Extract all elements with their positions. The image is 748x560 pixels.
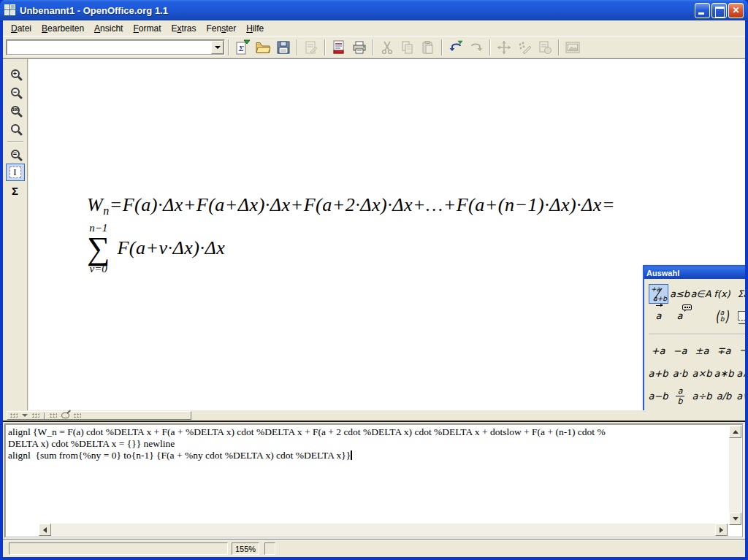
symbol-a-or-b[interactable]: a∨b — [735, 385, 745, 407]
window-client-area: Datei Bearbeiten Ansicht Format Extras F… — [3, 20, 745, 557]
command-line[interactable]: DELTA x) cdot %DELTA x = {}} newline — [8, 438, 727, 450]
zoom-out-button[interactable]: − — [6, 83, 25, 101]
zoom-100-icon: 100 — [11, 106, 20, 115]
symbol-a-slash-b[interactable]: a/b — [713, 385, 735, 407]
status-bar: 155% — [3, 540, 745, 557]
symbol-a-plus-b[interactable]: a+b — [647, 362, 669, 385]
symbol-a-minus-b[interactable]: a−b — [647, 385, 669, 407]
grip-dots-icon[interactable] — [74, 413, 81, 418]
formula-cursor-button[interactable]: I — [6, 164, 25, 181]
symbols-catalog-button[interactable] — [515, 38, 534, 57]
formula-line-2: n−1 ∑ ν=0 F(a+ν·Δx)·Δx — [87, 222, 615, 275]
category-set-operations[interactable]: a∈A — [691, 284, 711, 304]
styles-button[interactable] — [535, 38, 554, 57]
undo-arrow-icon — [448, 39, 464, 55]
update-view-button[interactable]: = — [6, 145, 25, 163]
category-functions[interactable]: f(x) — [712, 284, 732, 304]
gallery-button[interactable] — [563, 38, 582, 57]
command-line[interactable]: alignl {W_n = F(a) cdot %DELTA x + F(a +… — [8, 426, 727, 438]
zoom-all-button[interactable] — [6, 120, 25, 137]
status-message-panel — [9, 542, 228, 555]
status-zoom-panel[interactable]: 155% — [232, 542, 259, 555]
grip-dots-icon[interactable] — [50, 413, 57, 418]
print-button[interactable] — [350, 38, 369, 57]
export-pdf-button[interactable] — [329, 38, 348, 57]
command-line[interactable]: alignl {sum from{%ny = 0} to{n-1} {F(a +… — [8, 450, 727, 461]
symbol-a-ast-b[interactable]: a∗b — [713, 362, 735, 385]
scroll-down-button[interactable] — [729, 513, 741, 525]
symbol-plusminus-a[interactable]: ±a — [691, 340, 713, 362]
load-url-combobox[interactable] — [6, 39, 225, 55]
menu-hilfe[interactable]: Hilfe — [241, 21, 269, 36]
work-area: + − 100 = I Σ Wn=F(a)·Δx+F( — [3, 58, 745, 410]
cut-button[interactable] — [378, 38, 397, 57]
title-bar[interactable]: Unbenannt1 - OpenOffice.org 1.1 ✕ — [0, 0, 748, 20]
menu-format[interactable]: Format — [128, 21, 166, 36]
undo-button[interactable] — [446, 38, 465, 57]
update-view-icon: = — [11, 150, 20, 158]
symbols-button[interactable]: Σ — [6, 182, 25, 199]
symbol-a-div-b[interactable]: a÷b — [691, 385, 713, 407]
menu-fenster[interactable]: Fenster — [202, 21, 242, 36]
symbol-a-times-b[interactable]: a×b — [691, 362, 713, 385]
dock-handle-bar[interactable] — [7, 411, 191, 420]
symbol-a-and-b[interactable]: a∧b — [735, 362, 745, 385]
menu-extras[interactable]: Extras — [167, 21, 202, 36]
close-button[interactable]: ✕ — [728, 3, 744, 18]
open-button[interactable] — [253, 38, 272, 57]
gallery-picture-icon — [565, 39, 581, 55]
navigator-cross-icon — [496, 39, 512, 55]
paste-button[interactable] — [419, 38, 438, 57]
redo-button[interactable] — [467, 38, 486, 57]
selection-palette-window[interactable]: Auswahl ✕ +a a+b a≤b a∈A f(x) Σa — [643, 265, 745, 411]
load-url-input[interactable] — [7, 40, 210, 55]
symbol-a-cdot-b[interactable]: a·b — [669, 362, 691, 385]
chevron-down-icon[interactable] — [22, 414, 28, 417]
category-attributes[interactable]: a — [649, 306, 668, 326]
grip-dots-icon[interactable] — [10, 413, 18, 418]
svg-text:Σ: Σ — [238, 44, 244, 53]
grip-dots-icon[interactable] — [32, 413, 39, 418]
redo-arrow-icon — [468, 39, 484, 55]
symbol-minusplus-a[interactable]: ∓a — [713, 340, 735, 362]
minimize-button[interactable] — [695, 3, 710, 18]
paste-clipboard-icon — [420, 39, 436, 55]
palette-symbol-grid: +a −a ±a ∓a ¬a a+b a·b a×b a∗b a∧b a — [647, 340, 745, 411]
formula-cursor-icon: I — [9, 166, 21, 178]
category-formats[interactable] — [733, 306, 745, 326]
maximize-button[interactable] — [711, 3, 727, 18]
category-brackets[interactable]: (ab) — [712, 306, 732, 326]
copy-button[interactable] — [398, 38, 417, 57]
symbol-a-over-b[interactable]: ab — [669, 385, 691, 407]
symbol-minus-a[interactable]: −a — [669, 340, 691, 362]
application-window: { "window": { "title": "Unbenannt1 - Ope… — [0, 0, 748, 560]
pen-icon[interactable] — [61, 413, 69, 418]
edit-formula-button[interactable] — [302, 38, 321, 57]
palette-title-bar[interactable]: Auswahl ✕ — [644, 266, 745, 279]
zoom-100-button[interactable]: 100 — [6, 101, 25, 119]
symbol-plus-a[interactable]: +a — [647, 340, 669, 362]
category-misc[interactable]: a — [670, 306, 690, 326]
formula-command-window[interactable]: alignl {W_n = F(a) cdot %DELTA x + F(a +… — [4, 423, 744, 538]
scroll-up-button[interactable] — [729, 426, 741, 438]
splitter-line[interactable] — [3, 421, 745, 422]
text-cursor — [351, 450, 352, 460]
new-formula-button[interactable]: Σ — [233, 38, 252, 57]
command-vertical-scrollbar[interactable] — [729, 426, 741, 525]
catalog-dots-icon — [516, 39, 533, 55]
category-unary-binary-operators[interactable]: +a a+b — [649, 284, 668, 304]
navigator-button[interactable] — [495, 38, 514, 57]
zoom-in-button[interactable]: + — [6, 65, 25, 83]
save-button[interactable] — [274, 38, 293, 57]
command-horizontal-scrollbar[interactable] — [39, 523, 728, 536]
category-operators[interactable]: Σa — [733, 284, 745, 304]
symbol-neg-a[interactable]: ¬a — [735, 340, 745, 362]
category-relations[interactable]: a≤b — [670, 284, 690, 304]
scroll-left-button[interactable] — [39, 523, 51, 536]
combobox-dropdown-button[interactable] — [211, 41, 224, 54]
menu-ansicht[interactable]: Ansicht — [89, 21, 128, 36]
scroll-right-button[interactable] — [715, 523, 728, 536]
menu-bearbeiten[interactable]: Bearbeiten — [37, 21, 89, 36]
menu-datei[interactable]: Datei — [6, 21, 37, 36]
formula-source-text[interactable]: alignl {W_n = F(a) cdot %DELTA x + F(a +… — [8, 426, 727, 461]
